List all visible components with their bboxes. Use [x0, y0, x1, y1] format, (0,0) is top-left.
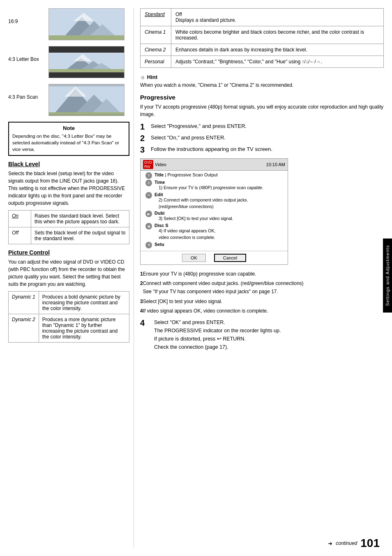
list-item: 3 Follow the instructions appearing on t… [140, 145, 384, 154]
table-cell-desc: Produces a more dynamic picture than "Dy… [39, 314, 129, 343]
svg-rect-11 [49, 69, 125, 72]
step-text-1: Select "Progressive," and press ENTER. [151, 122, 247, 130]
tv-screen: DVDRW Video 10:10 AM T Title | Progressi… [140, 158, 288, 265]
picture-control-title: Picture Control [8, 249, 129, 256]
table-cell-label: Off [9, 227, 31, 244]
table-cell-label: Dynamic 2 [9, 314, 39, 343]
hint-icon: ☼ [140, 74, 145, 80]
tv-body: T Title | Progressive Scan Output ⏱ [141, 171, 288, 251]
picture-mode-table: Standard OffDisplays a standard picture.… [140, 8, 384, 68]
sub-steps: 1Ensure your TV is (480p) progressive sc… [140, 270, 384, 315]
tv-cancel-button[interactable]: Cancel [214, 254, 246, 262]
tv-row-disc: ◉ Disc S 4) If video signal appears OK, … [143, 223, 285, 241]
footer-page-number: 101 [360, 537, 380, 550]
step-number-3: 3 [140, 145, 148, 154]
mountain-svg-letterbox [49, 46, 125, 78]
table-cell-cinema2-desc: Enhances details in dark areas by increa… [171, 44, 384, 56]
picture-control-table: Dynamic 1 Produces a bold dynamic pictur… [8, 291, 129, 343]
side-tab: Settings and Adjustments [383, 239, 392, 313]
final-step-text: Select "OK" and press ENTER. The PROGRES… [154, 318, 281, 351]
table-cell-personal-desc: Adjusts "Contrast," "Brightness," "Color… [171, 56, 384, 68]
hint-text: When you watch a movie, "Cinema 1" or "C… [140, 81, 384, 89]
tv-content-title: Title | Progressive Scan Output [154, 172, 285, 177]
aspect-label-169: 16:9 [8, 8, 45, 24]
note-title: Note [12, 125, 125, 131]
step-number-1: 1 [140, 122, 148, 131]
tv-time: 10:10 AM [266, 162, 285, 167]
tv-icon-dub: ▶ [143, 211, 154, 217]
tv-content-edit: Edit 2) Connect with component video out… [154, 192, 285, 210]
right-column: Standard OffDisplays a standard picture.… [134, 8, 384, 548]
list-item: 2 Select "On," and press ENTER. [140, 134, 384, 143]
table-cell-desc: Sets the black level of the output signa… [31, 227, 129, 244]
table-row-personal: Personal Adjusts "Contrast," "Brightness… [141, 56, 384, 68]
list-item: 1 Select "Progressive," and press ENTER. [140, 122, 384, 131]
table-cell-cinema1-label: Cinema 1 [141, 26, 171, 44]
table-cell-cinema1-desc: White colors become brighter and black c… [171, 26, 384, 44]
tv-category: Video [155, 162, 166, 167]
aspect-section-panscan: 4:3 Pan Scan [8, 84, 129, 116]
dvd-icon: DVDRW [143, 160, 153, 169]
aspect-image-panscan [48, 84, 125, 116]
tv-items-time: 1) Ensure your TV is (480P) progressive … [154, 185, 285, 191]
table-row: Dynamic 2 Produces a more dynamic pictur… [9, 314, 129, 343]
table-cell-desc: Raises the standard black level. Select … [31, 211, 129, 227]
tv-items-edit: 2) Connect with component video output j… [154, 197, 285, 210]
final-step-number: 4 [140, 318, 148, 327]
footer-continued: continued [336, 540, 357, 546]
left-column: 16:9 4:3 Letter Box [8, 8, 129, 548]
tv-items-dub: 3) Select [OK] to test your video signal… [154, 215, 285, 222]
progressive-title: Progressive [140, 94, 384, 101]
aspect-section-169: 16:9 [8, 8, 129, 40]
hint-section: ☼ Hint When you watch a movie, "Cinema 1… [140, 74, 384, 89]
tv-row-setup: ⚙ Setu [143, 242, 285, 248]
table-row: Dynamic 1 Produces a bold dynamic pictur… [9, 292, 129, 314]
tv-content-dub: Dubi 3) Select [OK] to test your video s… [154, 211, 285, 222]
tv-content-time: Time 1) Ensure your TV is (480P) progres… [154, 180, 285, 191]
tv-ok-button[interactable]: OK [182, 254, 206, 262]
tv-icon-setup: ⚙ [143, 242, 154, 248]
note-text: Depending on the disc, "4:3 Letter Box" … [12, 133, 125, 153]
table-cell-standard-desc: OffDisplays a standard picture. [171, 9, 384, 26]
tv-content-disc: Disc S 4) If video signal appears OK, vi… [154, 223, 285, 241]
hint-title: ☼ Hint [140, 74, 384, 80]
tv-header-left: DVDRW Video [143, 160, 166, 169]
table-cell-desc: Produces a bold dynamic picture by incre… [39, 292, 129, 314]
progressive-section: Progressive If your TV accepts progressi… [140, 94, 384, 351]
tv-row-title: T Title | Progressive Scan Output [143, 172, 285, 179]
tv-header: DVDRW Video 10:10 AM [141, 159, 288, 171]
tv-buttons: OK Cancel [141, 251, 288, 264]
svg-rect-19 [49, 84, 125, 86]
mountain-svg-panscan [49, 84, 125, 116]
black-level-title: Black Level [8, 161, 129, 167]
tv-row-dub: ▶ Dubi 3) Select [OK] to test your video… [143, 211, 285, 222]
table-row-cinema1: Cinema 1 White colors become brighter an… [141, 26, 384, 44]
black-level-table: On Raises the standard black level. Sele… [8, 210, 129, 244]
table-row-standard: Standard OffDisplays a standard picture. [141, 9, 384, 26]
picture-control-body: You can adjust the video signal of DVD o… [8, 258, 129, 288]
tv-icon-edit: ✏ [143, 192, 154, 199]
note-box: Note Depending on the disc, "4:3 Letter … [8, 122, 129, 156]
tv-icon-time: ⏱ [143, 180, 154, 186]
table-cell-cinema2-label: Cinema 2 [141, 44, 171, 56]
tv-icon-title: T [143, 172, 154, 179]
black-level-body: Selects the black level (setup level) fo… [8, 170, 129, 207]
step-text-3: Follow the instructions appearing on the… [151, 145, 272, 153]
aspect-image-169 [48, 8, 125, 40]
table-row-cinema2: Cinema 2 Enhances details in dark areas … [141, 44, 384, 56]
footer-arrow-icon: ➜ [328, 540, 332, 547]
tv-row-time: ⏱ Time 1) Ensure your TV is (480P) progr… [143, 180, 285, 191]
table-row: Off Sets the black level of the output s… [9, 227, 129, 244]
table-row: On Raises the standard black level. Sele… [9, 211, 129, 227]
tv-content-setup: Setu [154, 242, 285, 247]
footer: ➜ continued 101 [328, 537, 380, 550]
table-cell-label: Dynamic 1 [9, 292, 39, 314]
step-text-2: Select "On," and press ENTER. [151, 134, 226, 142]
mountain-svg-169 [49, 9, 125, 40]
tv-row-edit: ✏ Edit 2) Connect with component video o… [143, 192, 285, 210]
hint-label: Hint [147, 74, 157, 80]
tv-items-disc: 4) If video signal appears OK, video con… [154, 228, 285, 241]
table-cell-personal-label: Personal [141, 56, 171, 68]
svg-rect-20 [49, 114, 125, 116]
progressive-body: If your TV accepts progressive (480p) fo… [140, 103, 384, 118]
